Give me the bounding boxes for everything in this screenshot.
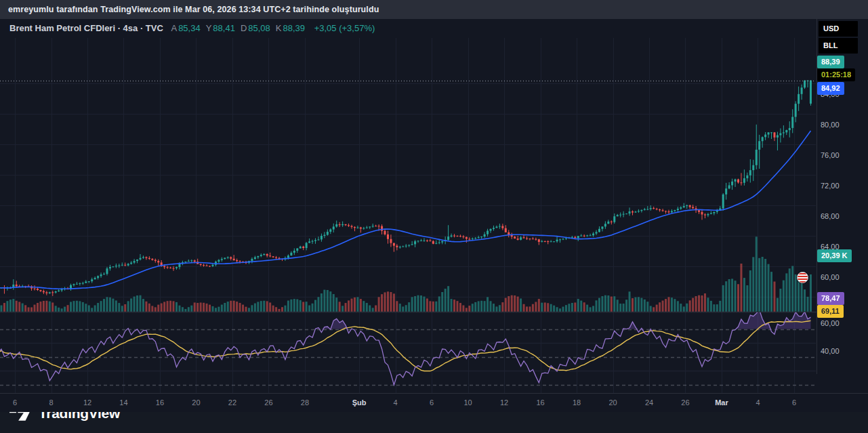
ohlc-letter: D bbox=[241, 23, 247, 33]
rsi-value-badge: 78,47 bbox=[817, 292, 844, 305]
ohlc-letter: Y bbox=[206, 23, 212, 33]
attribution-bar: emreyumlu tarafından TradingView.com ile… bbox=[0, 0, 868, 19]
time-tick-label: 22 bbox=[228, 398, 236, 407]
axis-tick-label: 60,00 bbox=[821, 273, 840, 281]
attribution-text: emreyumlu tarafından TradingView.com ile… bbox=[8, 5, 379, 14]
last-price-badge: 88,39 bbox=[817, 56, 844, 68]
unit-label[interactable]: BLL bbox=[819, 38, 858, 54]
time-tick-label: 12 bbox=[83, 398, 91, 407]
time-tick-month: Şub bbox=[352, 398, 367, 407]
axis-tick-label: 68,00 bbox=[821, 212, 840, 220]
time-tick-label: 26 bbox=[264, 398, 272, 407]
ohlc-number: 88,41 bbox=[213, 23, 235, 33]
ohlc-letter: A bbox=[171, 23, 177, 33]
tradingview-snapshot: emreyumlu tarafından TradingView.com ile… bbox=[0, 0, 868, 433]
time-tick-label: 14 bbox=[119, 398, 127, 407]
time-tick-label: 6 bbox=[792, 398, 796, 407]
chart-canvas[interactable] bbox=[0, 38, 868, 393]
time-tick-month: Mar bbox=[715, 398, 728, 407]
ohlc-values: A85,34Y88,41D85,08K88,39 bbox=[165, 23, 305, 33]
axis-tick-label: 40,00 bbox=[821, 347, 840, 355]
ohlc-number: 85,34 bbox=[178, 23, 201, 33]
ohlc-number: 88,39 bbox=[283, 23, 306, 33]
rsi-signal-badge: 69,11 bbox=[817, 305, 844, 318]
change-value: +3,05 (+3,57%) bbox=[314, 23, 375, 33]
ma-value-badge: 84,92 bbox=[817, 82, 844, 95]
time-tick-label: 28 bbox=[301, 398, 309, 407]
time-tick-label: 20 bbox=[192, 398, 200, 407]
time-tick-label: 4 bbox=[394, 398, 398, 407]
time-tick-label: 16 bbox=[156, 398, 164, 407]
axis-tick-label: 76,00 bbox=[821, 151, 840, 159]
time-tick-label: 26 bbox=[681, 398, 689, 407]
time-axis[interactable]: 6812141620222628Şub4610121618202426Mar46 bbox=[0, 393, 868, 412]
time-tick-label: 16 bbox=[536, 398, 544, 407]
time-tick-label: 12 bbox=[500, 398, 508, 407]
ohlc-letter: K bbox=[276, 23, 282, 33]
axis-tick-label: 72,00 bbox=[821, 182, 840, 190]
chart-area[interactable] bbox=[0, 19, 868, 393]
time-tick-label: 6 bbox=[430, 398, 434, 407]
time-tick-label: 18 bbox=[573, 398, 581, 407]
us-flag-event-icon[interactable] bbox=[797, 272, 808, 283]
time-tick-label: 24 bbox=[645, 398, 653, 407]
volume-value-badge: 20,39 K bbox=[817, 249, 852, 262]
ohlc-number: 85,08 bbox=[248, 23, 270, 33]
time-tick-label: 20 bbox=[608, 398, 617, 407]
time-tick-label: 10 bbox=[463, 398, 472, 407]
time-tick-label: 8 bbox=[49, 398, 53, 407]
currency-label[interactable]: USD bbox=[819, 21, 858, 37]
bar-countdown-badge: 01:25:18 bbox=[817, 68, 855, 81]
symbol-header: Brent Ham Petrol CFDleri · 4sa · TVC A85… bbox=[9, 23, 375, 33]
axis-tick-label: 60,00 bbox=[821, 319, 840, 327]
symbol-title[interactable]: Brent Ham Petrol CFDleri · 4sa · TVC bbox=[9, 23, 163, 33]
axis-tick-label: 80,00 bbox=[821, 121, 840, 129]
time-tick-label: 6 bbox=[13, 398, 17, 407]
time-tick-label: 4 bbox=[756, 398, 760, 407]
